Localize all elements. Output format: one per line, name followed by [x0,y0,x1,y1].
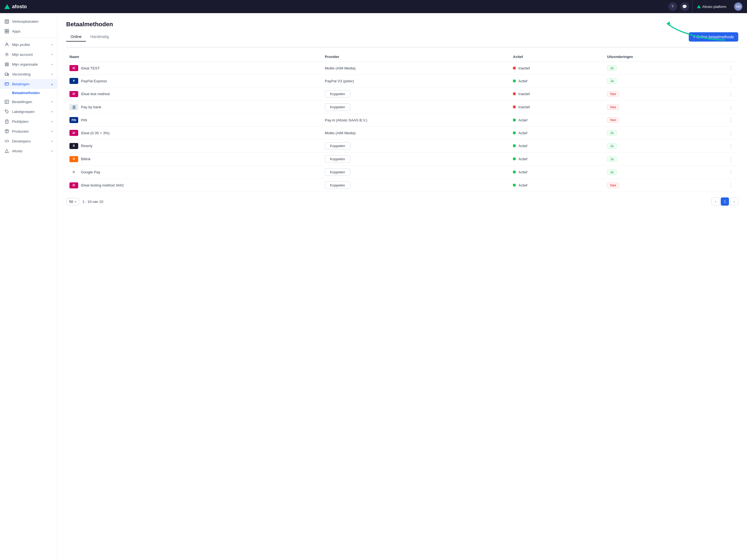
svg-rect-9 [6,63,6,64]
table-row: G Google Pay Koppelen Actief Ja ⋮ [66,166,738,179]
method-icon: iD [70,182,78,188]
sidebar-item-apps[interactable]: Apps [0,26,57,36]
koppelen-button[interactable]: Koppelen [325,169,350,176]
cell-actions: ⋮ [685,114,738,127]
svg-rect-18 [5,120,8,123]
row-menu-button[interactable]: ⋮ [727,104,735,111]
sidebar-divider [0,38,57,38]
sidebar-item-picklijsten[interactable]: Picklijsten ▾ [0,117,57,126]
svg-point-12 [5,75,6,76]
status-label: Inactief [518,105,530,109]
next-page-button[interactable]: › [730,198,738,206]
chat-button[interactable]: 💬 [680,2,689,11]
svg-rect-10 [7,63,8,64]
koppelen-button[interactable]: Koppelen [325,142,350,150]
row-menu-button[interactable]: ⋮ [727,129,735,136]
col-header-uitzonderingen: Uitzonderingen [604,52,685,62]
sidebar-item-bestellingen[interactable]: Bestellingen ▾ [0,97,57,107]
page-title: Betaalmethoden [66,21,738,28]
row-menu-button[interactable]: ⋮ [727,117,735,124]
row-menu-button[interactable]: ⋮ [727,91,735,98]
svg-point-6 [6,43,8,45]
platform-selector[interactable]: Afosto platform [692,0,730,13]
uitz-badge: Ja [607,130,617,136]
row-menu-button[interactable]: ⋮ [727,65,735,72]
sidebar-item-verkoopkanalen[interactable]: Verkoopkanalen [0,17,57,26]
cell-name: PIN PIN [66,114,321,127]
logo: afosto [4,4,27,9]
status-label: Actief [518,144,527,148]
main-layout: Verkoopkanalen Apps Mijn profiel ▾ [0,13,747,560]
table-body: iD iDeal TEST Mollie (AIM Media) Inactie… [66,62,738,192]
tab-underline [66,47,738,48]
sidebar-label: Mijn profiel [12,43,30,47]
status-dot [513,119,516,121]
cell-name: 𝐏 PayPal Express [66,75,321,87]
cell-provider: Koppelen [321,139,510,153]
status-label: Actief [518,118,527,122]
sidebar-label: Betalingen [12,82,29,86]
sidebar-item-mijn-organisatie[interactable]: Mijn organisatie ▾ [0,59,57,69]
status-indicator: Actief [513,131,527,135]
page-1-button[interactable]: 1 [721,198,729,206]
sidebar-item-labelgroepen[interactable]: Labelgroepen ▾ [0,107,57,117]
cell-provider: Mollie (AIM Media) [321,62,510,75]
col-header-actief: Actief [510,52,604,62]
table-row: 🏦 Pay by bank Koppelen Inactief Nee ⋮ [66,101,738,114]
koppelen-button[interactable]: Koppelen [325,182,350,189]
koppelen-button[interactable]: Koppelen [325,103,350,111]
sidebar-item-afosto[interactable]: Afosto ▾ [0,146,57,156]
provider-text: Mollie (AIM Media) [325,131,356,135]
row-menu-button[interactable]: ⋮ [727,77,735,84]
svg-rect-15 [5,84,6,85]
cell-actief: Actief [510,179,604,192]
row-menu-button[interactable]: ⋮ [727,143,735,150]
koppelen-button[interactable]: Koppelen [325,90,350,98]
tab-handmatig[interactable]: Handmatig [86,32,113,42]
sidebar-item-betaalmethoden[interactable]: Betaalmethoden [0,89,57,97]
gear-icon [4,52,9,57]
cell-actief: Actief [510,166,604,179]
row-menu-button[interactable]: ⋮ [727,182,735,189]
row-menu-button[interactable]: ⋮ [727,169,735,176]
cell-actief: Actief [510,114,604,127]
status-indicator: Inactief [513,92,530,96]
status-indicator: Actief [513,79,527,83]
sidebar-label: Verzending [12,72,31,76]
status-dot [513,171,516,173]
tab-online[interactable]: Online [66,32,86,42]
sidebar-item-producten[interactable]: Producten ▾ [0,126,57,136]
sidebar-sub-label: Betaalmethoden [12,91,40,95]
cell-actions: ⋮ [685,62,738,75]
sidebar-item-mijn-profiel[interactable]: Mijn profiel ▾ [0,40,57,50]
method-name: iDeal testing method 3442 [81,183,124,187]
sidebar-item-mijn-account[interactable]: Mijn account ▾ [0,50,57,59]
cell-actief: Actief [510,75,604,87]
prev-page-button[interactable]: ‹ [712,198,720,206]
method-name: iDeal test method [81,92,110,96]
provider-text: Pay.nl (Afosto SAAS B.V.) [325,118,367,122]
sidebar-label: Mijn organisatie [12,62,38,67]
svg-rect-0 [5,21,9,23]
add-payment-method-button[interactable]: + Online betaalmethode [689,32,738,42]
per-page-select[interactable]: 50 ▾ [66,198,79,205]
avatar[interactable]: CH [734,2,743,11]
uitz-badge: Ja [607,78,617,84]
user-icon [4,42,9,47]
cell-actions: ⋮ [685,179,738,192]
status-indicator: Inactief [513,105,530,109]
logo-text: afosto [12,4,27,9]
sidebar-item-developers[interactable]: Developers ▾ [0,136,57,146]
cell-provider: Koppelen [321,87,510,101]
row-menu-button[interactable]: ⋮ [727,156,735,163]
cell-actions: ⋮ [685,87,738,101]
sidebar-item-betalingen[interactable]: Betalingen ▴ [0,79,57,89]
help-button[interactable]: ? [668,2,677,11]
koppelen-button[interactable]: Koppelen [325,155,350,163]
cell-name: iD iDeal (0.35 + 3%) [66,127,321,139]
sidebar-label: Afosto [12,149,22,153]
sidebar-item-verzending[interactable]: Verzending ▾ [0,69,57,79]
table-row: R Riverty Koppelen Actief Ja ⋮ [66,139,738,153]
table-row: iD iDeal TEST Mollie (AIM Media) Inactie… [66,62,738,75]
status-label: Actief [518,183,527,187]
